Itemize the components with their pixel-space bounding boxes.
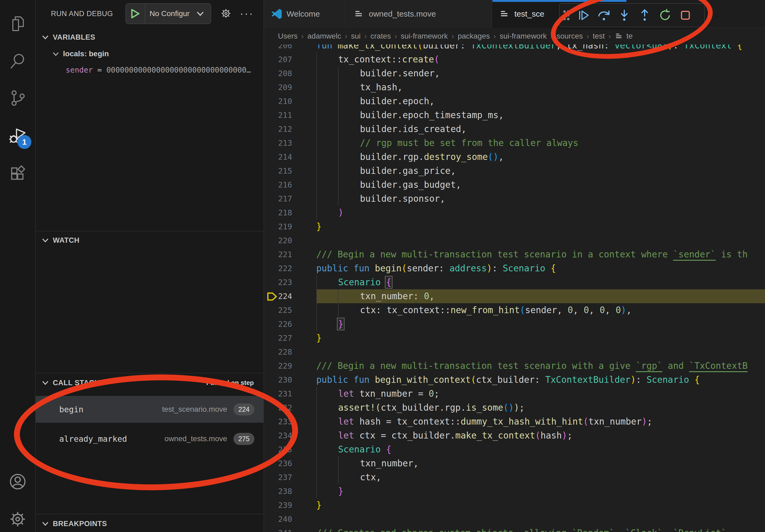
call-stack-frame[interactable]: begin test_scenario.move 224 [36,396,264,423]
variables-section-header[interactable]: VARIABLES [36,29,264,46]
line-number[interactable]: 222 [264,261,300,275]
tab-owned-tests[interactable]: owned_tests.move [347,0,492,28]
variables-scope-row[interactable]: locals: begin [36,46,264,62]
code-line[interactable]: 212 builder.ids_created, [264,122,765,136]
code-line[interactable]: 224 txn_number: 0, [264,289,765,303]
code-line[interactable]: 234 let ctx = ctx_builder.make_tx_contex… [264,428,765,442]
code-line[interactable]: 241/// Creates and shares system objects… [264,526,765,532]
search-icon[interactable] [0,45,35,77]
step-into-button[interactable] [614,5,634,25]
line-number[interactable]: 207 [264,53,300,67]
code-line[interactable]: 215 builder.gas_price, [264,164,765,178]
code-line[interactable]: 208 builder.sender, [264,67,765,80]
code-line[interactable]: 213 // rgp must be set from the caller a… [264,136,765,150]
line-number[interactable]: 211 [264,108,300,122]
call-stack-section-header[interactable]: CALL STACK Paused on step [36,375,264,391]
breadcrumb-item[interactable]: sources [556,32,583,40]
line-number[interactable]: 239 [264,498,300,512]
code-line[interactable]: 217 builder.sponsor, [264,192,765,206]
more-actions-icon[interactable]: ··· [239,6,254,21]
breadcrumb-item[interactable]: crates [371,32,391,40]
line-number[interactable]: 234 [264,428,300,442]
code-line[interactable]: 220 [264,234,765,247]
code-line[interactable]: 226 } [264,317,765,331]
code-line[interactable]: 235 Scenario { [264,442,765,456]
code-line[interactable]: 211 builder.epoch_timestamp_ms, [264,108,765,122]
breadcrumb-item[interactable]: test [593,32,605,40]
continue-button[interactable] [573,5,594,25]
extensions-icon[interactable] [0,157,35,190]
code-line[interactable]: 238 } [264,484,765,498]
line-number[interactable]: 226 [264,317,300,331]
breadcrumb-item[interactable]: sui-framework [401,32,448,40]
debug-config-button[interactable]: No Configur [125,3,211,24]
line-number[interactable]: 208 [264,67,300,80]
line-number[interactable]: 221 [264,247,300,261]
breadcrumb-item[interactable]: adamwelc [308,32,341,40]
code-line[interactable]: 214 builder.rgp.destroy_some(), [264,150,765,164]
line-number[interactable]: 227 [264,331,300,345]
line-number[interactable]: 217 [264,192,300,206]
line-number[interactable]: 209 [264,80,300,94]
line-number[interactable]: 240 [264,512,300,526]
code-line[interactable]: 230public fun begin_with_context(ctx_bui… [264,373,765,387]
explorer-icon[interactable] [0,8,35,40]
line-number[interactable]: 212 [264,122,300,136]
line-number[interactable]: 236 [264,456,300,470]
breadcrumb-item[interactable]: sui-framework [500,32,547,40]
code-line[interactable]: 207 tx_context::create( [264,53,765,67]
run-and-debug-icon[interactable]: 1 [0,120,35,151]
code-line[interactable]: 209 tx_hash, [264,80,765,94]
code-line[interactable]: 231 let txn_number = 0; [264,387,765,401]
line-number[interactable]: 235 [264,442,300,456]
breadcrumb-item[interactable]: sui [351,32,361,40]
line-number[interactable]: 238 [264,484,300,498]
stop-button[interactable] [675,5,696,25]
step-over-button[interactable] [594,5,614,25]
call-stack-frame[interactable]: already_marked owned_tests.move 275 [36,425,264,452]
debug-config-select[interactable]: No Configur [145,9,196,18]
tab-welcome[interactable]: Welcome [264,0,346,28]
code-line[interactable]: 221/// Begin a new multi-transaction tes… [264,247,765,261]
breadcrumb-item[interactable]: te [626,32,633,40]
code-line[interactable]: 233 let hash = tx_context::dummy_tx_hash… [264,415,765,428]
accounts-icon[interactable] [0,465,35,498]
code-line[interactable]: 223 Scenario { [264,275,765,289]
breadcrumb-item[interactable]: packages [457,32,490,40]
line-number[interactable]: 219 [264,220,300,234]
line-number[interactable]: 230 [264,373,300,387]
line-number[interactable]: 232 [264,401,300,415]
code-line[interactable]: 239} [264,498,765,512]
line-number[interactable]: 228 [264,345,300,359]
settings-gear-icon[interactable] [0,503,35,532]
breadcrumb[interactable]: Users›adamwelc›sui›crates›sui-framework›… [264,28,765,45]
code-line[interactable]: 216 builder.gas_budget, [264,178,765,192]
breadcrumb-item[interactable]: Users [278,32,298,40]
code-line[interactable]: 210 builder.epoch, [264,94,765,108]
line-number[interactable]: 214 [264,150,300,164]
step-out-button[interactable] [634,5,655,25]
code-line[interactable]: 236 txn_number, [264,456,765,470]
code-line[interactable]: 229/// Begin a new multi-transaction tes… [264,359,765,373]
line-number[interactable]: 231 [264,387,300,401]
breakpoints-section-header[interactable]: BREAKPOINTS [36,515,264,532]
code-line[interactable]: 222public fun begin(sender: address): Sc… [264,261,765,275]
watch-section-header[interactable]: WATCH [36,232,264,249]
line-number[interactable]: 218 [264,206,300,220]
start-debug-icon[interactable] [126,4,145,24]
line-number[interactable]: 220 [264,234,300,247]
toolbar-drag-grip-icon[interactable] [559,9,573,21]
line-number[interactable]: 233 [264,415,300,428]
line-number[interactable]: 210 [264,94,300,108]
code-line[interactable]: 237 ctx, [264,470,765,484]
code-line[interactable]: 219} [264,220,765,234]
line-number[interactable]: 241 [264,526,300,532]
code-line[interactable]: 228 [264,345,765,359]
code-line[interactable]: 232 assert!(ctx_builder.rgp.is_some()); [264,401,765,415]
variable-row[interactable]: sender = 0000000000000000000000000000000… [36,62,264,78]
code-line[interactable]: 240 [264,512,765,526]
line-number[interactable]: 213 [264,136,300,150]
source-control-icon[interactable] [0,82,35,114]
code-line[interactable]: 218 ) [264,206,765,220]
line-number[interactable]: 225 [264,303,300,317]
